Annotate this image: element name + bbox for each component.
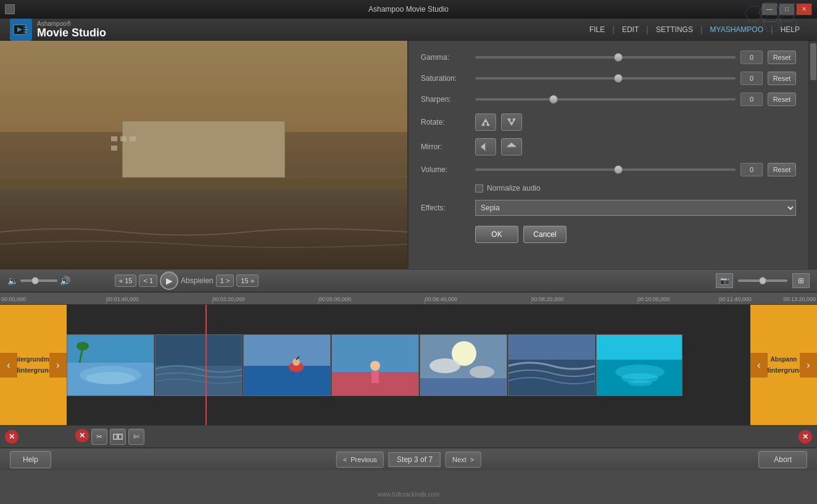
- menu-edit[interactable]: EDIT: [615, 23, 646, 36]
- split-tool-button[interactable]: [110, 429, 126, 445]
- help-button[interactable]: Help: [10, 451, 51, 468]
- ruler-container: 00:00,000 00:01:40,000 00:03:20,000 00:0…: [0, 292, 817, 304]
- video-clip-2[interactable]: [155, 334, 243, 396]
- mirror-horizontal-button[interactable]: [475, 138, 496, 155]
- cancel-button[interactable]: Cancel: [523, 226, 566, 243]
- step-fwd-button[interactable]: 1 >: [216, 275, 234, 287]
- logo-icon: [10, 19, 32, 41]
- video-clip-1[interactable]: [67, 334, 154, 396]
- timeline-area: ‹ Hintergrundmusi Hintergrund ›: [0, 305, 817, 425]
- zoom-thumb[interactable]: [759, 277, 766, 284]
- svg-marker-21: [507, 143, 516, 147]
- ruler-2: 00:03:20,000: [212, 296, 245, 302]
- step-navigation: < Previous Step 3 of 7 Next >: [336, 452, 481, 468]
- gamma-thumb[interactable]: [614, 53, 623, 62]
- app-icon: [5, 4, 15, 14]
- scene-details: [0, 41, 407, 269]
- scrollbar-thumb[interactable]: [810, 43, 816, 80]
- timeline-tool-close[interactable]: ✕: [75, 429, 89, 442]
- main-content: Gamma: 0 Reset Saturation: 0 Reset Sharp…: [0, 41, 817, 269]
- svg-rect-16: [484, 122, 487, 126]
- volume-slider[interactable]: [475, 165, 736, 175]
- svg-marker-9: [778, 15, 797, 31]
- clips-area: [67, 305, 750, 425]
- ok-button[interactable]: OK: [475, 226, 518, 243]
- normalize-checkbox[interactable]: [475, 184, 483, 192]
- gamma-reset-button[interactable]: Reset: [768, 51, 796, 64]
- svg-rect-12: [130, 136, 136, 141]
- svg-rect-35: [244, 366, 331, 396]
- video-clip-6[interactable]: [508, 334, 595, 396]
- track-nav-right-right[interactable]: ›: [800, 353, 817, 378]
- timeline-close-left[interactable]: ✕: [5, 430, 19, 444]
- volume-row: Volume: 0 Reset: [421, 163, 796, 176]
- zoom-slider[interactable]: [738, 279, 787, 282]
- mirror-vertical-button[interactable]: [501, 138, 522, 155]
- saturation-thumb[interactable]: [614, 74, 623, 83]
- track-prev-button[interactable]: ‹: [0, 353, 17, 378]
- tick-5: [531, 299, 532, 304]
- rotate-right-button[interactable]: [501, 114, 522, 131]
- effects-dropdown[interactable]: Sepia None Black & White Vintage Vivid: [475, 200, 796, 216]
- ruler-6: 00:10:00,000: [637, 296, 670, 302]
- ruler-0: 00:00,000: [1, 296, 26, 302]
- play-button[interactable]: ▶: [160, 271, 178, 290]
- volume-slider-bar[interactable]: [20, 279, 57, 282]
- volume-slider-thumb[interactable]: [31, 277, 39, 284]
- volume-icon: 🔈: [7, 276, 18, 286]
- sharpen-reset-button[interactable]: Reset: [768, 93, 796, 106]
- tick-4: [425, 299, 425, 304]
- fast-fwd-button[interactable]: 15 »: [236, 275, 258, 287]
- video-clip-7[interactable]: [596, 334, 682, 396]
- timeline-tools: ✕ ✂ ✄: [75, 429, 144, 445]
- track-nav-right-left[interactable]: ‹: [750, 353, 768, 378]
- menu-file[interactable]: FILE: [582, 23, 612, 36]
- svg-marker-8: [763, 15, 782, 31]
- ruler-4: 00:06:40,000: [425, 296, 457, 302]
- timeline-close-right[interactable]: ✕: [798, 430, 812, 444]
- next-button[interactable]: Next >: [446, 452, 481, 468]
- sharpen-slider[interactable]: [475, 94, 736, 104]
- snapshot-icon[interactable]: 📷: [716, 273, 733, 288]
- logo-text: Ashampoo® Movie Studio: [37, 20, 106, 38]
- ruler-5: 00:08:20,000: [531, 296, 564, 302]
- rewind-button[interactable]: « 15: [115, 275, 136, 287]
- product-name: Movie Studio: [37, 27, 106, 38]
- normalize-label[interactable]: Normalize audio: [475, 184, 541, 192]
- volume-thumb[interactable]: [614, 165, 623, 174]
- sharpen-thumb[interactable]: [549, 95, 558, 104]
- gamma-value[interactable]: 0: [740, 51, 763, 64]
- track-next-left-button[interactable]: ›: [49, 353, 67, 378]
- svg-rect-31: [156, 335, 243, 366]
- play-label: Abspielen: [181, 276, 214, 285]
- svg-point-29: [77, 342, 89, 350]
- track-right-label-top: Abspann: [765, 356, 803, 363]
- video-clip-4[interactable]: [331, 334, 419, 396]
- step-back-button[interactable]: < 1: [139, 275, 157, 287]
- svg-point-57: [628, 380, 652, 386]
- clips-container: [67, 305, 682, 425]
- gamma-label: Gamma:: [421, 53, 470, 62]
- volume-reset-button[interactable]: Reset: [768, 163, 796, 176]
- menu-settings[interactable]: SETTINGS: [649, 23, 700, 36]
- sharpen-value[interactable]: 0: [740, 93, 763, 106]
- saturation-slider[interactable]: [475, 73, 736, 83]
- volume-value[interactable]: 0: [740, 163, 763, 176]
- fullscreen-icon[interactable]: ⊞: [792, 273, 810, 288]
- cut-tool-button[interactable]: ✂: [91, 429, 107, 445]
- rotate-label: Rotate:: [421, 118, 470, 126]
- volume-track: [475, 168, 736, 171]
- svg-point-27: [86, 372, 135, 384]
- trim-tool-button[interactable]: ✄: [128, 429, 144, 445]
- saturation-reset-button[interactable]: Reset: [768, 72, 796, 85]
- rotate-left-button[interactable]: [475, 114, 496, 131]
- prev-button[interactable]: < Previous: [336, 452, 384, 468]
- video-clip-5[interactable]: [420, 334, 507, 396]
- panel-scrollbar[interactable]: [808, 41, 817, 269]
- saturation-value[interactable]: 0: [740, 72, 763, 85]
- gamma-slider[interactable]: [475, 52, 736, 62]
- video-clip-3[interactable]: [243, 334, 331, 396]
- track-right-label-bottom: Hintergrund: [765, 366, 803, 374]
- menu-bar: Ashampoo® Movie Studio FILE | EDIT | SET…: [0, 19, 817, 41]
- abort-button[interactable]: Abort: [758, 451, 807, 468]
